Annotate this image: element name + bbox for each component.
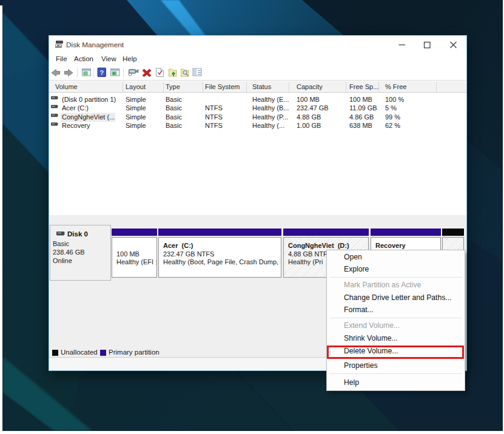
svg-text:?: ? <box>99 69 104 76</box>
